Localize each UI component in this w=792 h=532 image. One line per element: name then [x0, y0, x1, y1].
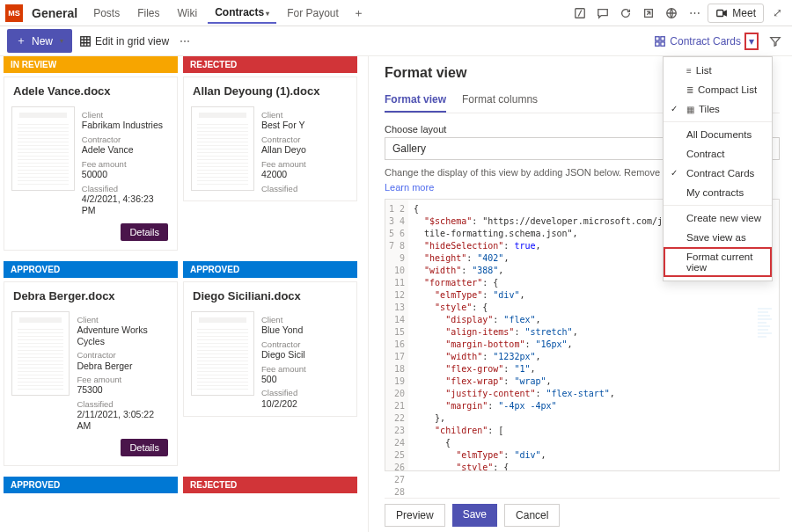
- details-button[interactable]: Details: [121, 439, 168, 456]
- edit-grid-label: Edit in grid view: [95, 35, 169, 47]
- svg-rect-6: [661, 36, 664, 40]
- command-bar: ＋ New ▾ Edit in grid view ⋯ Contract Car…: [0, 26, 792, 56]
- card-title: Diego Siciliani.docx: [184, 282, 356, 306]
- card-meta: ClientFabrikam Industries ContractorAdel…: [82, 106, 170, 216]
- dd-divider: [664, 205, 772, 206]
- add-tab-button[interactable]: ＋: [349, 4, 369, 23]
- status-header-approved: APPROVED: [183, 261, 357, 278]
- svg-rect-5: [656, 36, 659, 40]
- view-dropdown: ≡List ≣Compact List ▦Tiles All Documents…: [663, 56, 773, 281]
- tab-posts[interactable]: Posts: [86, 4, 127, 23]
- chat-icon[interactable]: [593, 4, 612, 23]
- app-badge: MS: [5, 4, 23, 22]
- top-bar: MS General Posts Files Wiki Contracts▾ F…: [0, 0, 792, 26]
- svg-rect-8: [661, 41, 664, 45]
- status-header-approved: APPROVED: [4, 261, 178, 278]
- edit-grid-button[interactable]: Edit in grid view: [79, 35, 169, 47]
- more-commands[interactable]: ⋯: [176, 35, 194, 47]
- globe-icon[interactable]: [662, 4, 681, 23]
- dd-divider: [664, 121, 772, 122]
- tab-contracts[interactable]: Contracts▾: [208, 3, 276, 24]
- card-meta: ClientBlue Yond ContractorDiego Sicil Fe…: [261, 311, 306, 410]
- refresh-icon[interactable]: [616, 4, 635, 23]
- tab-settings-icon[interactable]: [570, 4, 590, 23]
- tab-files[interactable]: Files: [130, 4, 166, 23]
- card-title: Debra Berger.docx: [4, 282, 177, 306]
- filter-icon[interactable]: [766, 32, 785, 51]
- tab-format-view[interactable]: Format view: [385, 90, 446, 113]
- preview-button[interactable]: Preview: [385, 504, 445, 527]
- dd-contract-cards[interactable]: Contract Cards: [664, 164, 772, 183]
- channel-name: General: [32, 6, 77, 20]
- more-icon[interactable]: ⋯: [685, 4, 704, 23]
- status-header-rejected: REJECTED: [183, 477, 357, 493]
- open-icon[interactable]: [639, 4, 658, 23]
- dd-tiles[interactable]: ▦Tiles: [664, 99, 772, 119]
- chevron-down-icon: ▾: [60, 37, 63, 45]
- details-button[interactable]: Details: [121, 223, 168, 241]
- tab-for-payout[interactable]: For Payout: [280, 4, 346, 23]
- status-header-rejected: REJECTED: [183, 56, 357, 73]
- expand-icon[interactable]: ⤢: [767, 4, 787, 23]
- dd-compact-list[interactable]: ≣Compact List: [664, 80, 772, 99]
- view-switcher[interactable]: Contract Cards▾: [654, 33, 759, 50]
- tab-format-columns[interactable]: Format columns: [462, 90, 538, 113]
- compact-list-icon: ≣: [686, 85, 693, 95]
- svg-rect-4: [81, 36, 91, 46]
- doc-thumbnail: [191, 106, 254, 191]
- tab-contracts-label: Contracts: [215, 6, 264, 18]
- dd-all-documents[interactable]: All Documents: [664, 125, 772, 144]
- dd-create-new-view[interactable]: Create new view: [664, 208, 772, 228]
- new-label: New: [32, 35, 53, 47]
- view-dropdown-toggle[interactable]: ▾: [744, 33, 759, 50]
- contract-card[interactable]: Adele Vance.docx ClientFabrikam Industri…: [4, 77, 178, 251]
- dd-list[interactable]: ≡List: [664, 61, 772, 80]
- card-meta: ClientAdventure Works Cycles ContractorD…: [77, 311, 170, 432]
- dd-my-contracts[interactable]: My contracts: [664, 183, 772, 202]
- card-title: Adele Vance.docx: [4, 77, 177, 101]
- card-meta: ClientBest For Y ContractorAllan Deyo Fe…: [261, 106, 306, 193]
- tiles-icon: ▦: [686, 105, 694, 114]
- status-header-approved: APPROVED: [4, 477, 178, 493]
- save-button[interactable]: Save: [452, 504, 497, 527]
- dd-save-view-as[interactable]: Save view as: [664, 228, 772, 247]
- contract-card[interactable]: Debra Berger.docx ClientAdventure Works …: [4, 281, 178, 466]
- meet-label: Meet: [732, 7, 756, 19]
- dd-contract[interactable]: Contract: [664, 144, 772, 164]
- dd-format-current-view[interactable]: Format current view: [664, 247, 772, 277]
- view-name: Contract Cards: [670, 35, 741, 47]
- gallery-pane: IN REVIEW Adele Vance.docx ClientFabrika…: [0, 56, 368, 532]
- doc-thumbnail: [11, 106, 75, 191]
- cancel-button[interactable]: Cancel: [504, 504, 560, 527]
- doc-thumbnail: [11, 311, 70, 396]
- status-header-in-review: IN REVIEW: [4, 56, 178, 73]
- list-icon: ≡: [686, 66, 692, 76]
- learn-more-link[interactable]: Learn more: [385, 182, 434, 193]
- line-gutter: 1 2 3 4 5 6 7 8 9 10 11 12 13 14 15 16 1…: [385, 200, 408, 470]
- card-title: Allan Deyoung (1).docx: [184, 77, 356, 101]
- panel-footer: Preview Save Cancel: [385, 498, 780, 532]
- tab-wiki[interactable]: Wiki: [171, 4, 205, 23]
- new-button[interactable]: ＋ New ▾: [7, 29, 72, 53]
- svg-rect-3: [717, 10, 723, 16]
- meet-button[interactable]: Meet: [708, 4, 764, 23]
- doc-thumbnail: [191, 311, 254, 396]
- svg-rect-7: [656, 41, 659, 45]
- contract-card[interactable]: Allan Deyoung (1).docx ClientBest For Y …: [183, 77, 357, 201]
- contract-card[interactable]: Diego Siciliani.docx ClientBlue Yond Con…: [183, 281, 357, 418]
- chevron-down-icon: ▾: [266, 10, 269, 18]
